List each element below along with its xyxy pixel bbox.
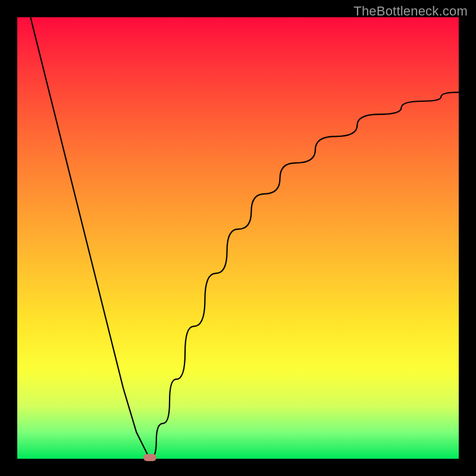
min-marker	[143, 454, 156, 461]
chart-frame: TheBottleneck.com	[0, 0, 476, 476]
left-branch-line	[30, 17, 149, 459]
curve-layer	[17, 17, 459, 459]
right-branch-line	[150, 92, 459, 459]
plot-area	[17, 17, 459, 459]
